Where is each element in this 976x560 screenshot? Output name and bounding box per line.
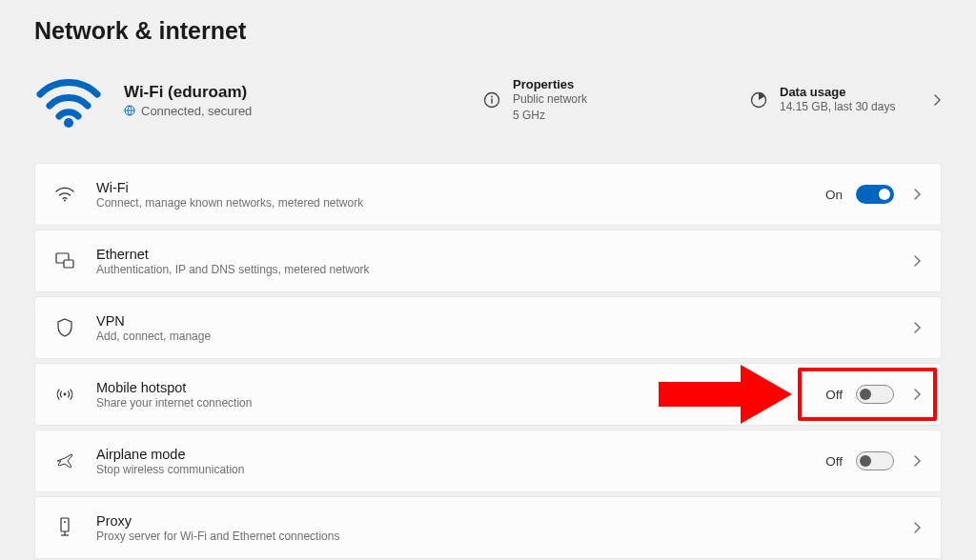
proxy-icon — [54, 517, 75, 538]
settings-list: Wi-Fi Connect, manage known networks, me… — [34, 163, 942, 559]
svg-rect-12 — [61, 518, 69, 531]
proxy-row-sub: Proxy server for Wi-Fi and Ethernet conn… — [96, 530, 907, 543]
network-status-row: Wi-Fi (eduroam) Connected, secured — [34, 71, 942, 129]
wifi-icon — [54, 187, 75, 202]
proxy-row-title: Proxy — [96, 513, 907, 529]
svg-rect-4 — [491, 99, 492, 104]
chevron-right-icon — [913, 254, 922, 268]
properties-line1: Public network — [513, 92, 587, 108]
airplane-toggle-label: Off — [825, 454, 843, 469]
wifi-signal-icon — [34, 71, 103, 129]
data-usage-sub: 14.15 GB, last 30 days — [780, 100, 909, 115]
current-wifi-block: Wi-Fi (eduroam) Connected, secured — [34, 71, 454, 129]
properties-line2: 5 GHz — [513, 109, 587, 124]
airplane-toggle[interactable] — [856, 451, 894, 470]
vpn-row-title: VPN — [96, 313, 907, 329]
properties-title: Properties — [513, 77, 587, 91]
hotspot-toggle-label: Off — [825, 388, 843, 402]
wifi-row-title: Wi-Fi — [96, 180, 825, 195]
chevron-right-icon — [913, 321, 922, 334]
svg-point-3 — [491, 96, 493, 98]
svg-point-0 — [64, 118, 73, 128]
svg-point-6 — [64, 200, 66, 202]
hotspot-row[interactable]: Mobile hotspot Share your internet conne… — [34, 363, 942, 426]
hotspot-icon — [54, 386, 75, 403]
wifi-name: Wi-Fi (eduroam) — [124, 83, 252, 102]
chevron-right-icon — [913, 188, 922, 201]
ethernet-icon — [54, 252, 75, 270]
wifi-toggle-label: On — [825, 188, 843, 202]
data-usage-card[interactable]: Data usage 14.15 GB, last 30 days — [749, 85, 942, 115]
airplane-row[interactable]: Airplane mode Stop wireless communicatio… — [34, 430, 942, 492]
data-usage-icon — [749, 90, 768, 110]
ethernet-row[interactable]: Ethernet Authentication, IP and DNS sett… — [34, 230, 942, 292]
hotspot-toggle[interactable] — [856, 385, 894, 404]
chevron-right-icon — [921, 93, 942, 107]
chevron-right-icon — [913, 521, 922, 534]
ethernet-row-sub: Authentication, IP and DNS settings, met… — [96, 263, 907, 276]
wifi-toggle[interactable] — [856, 185, 894, 204]
airplane-icon — [54, 452, 75, 470]
shield-icon — [54, 318, 75, 337]
wifi-row[interactable]: Wi-Fi Connect, manage known networks, me… — [34, 163, 942, 226]
svg-point-9 — [64, 393, 67, 396]
data-usage-title: Data usage — [780, 85, 909, 99]
ethernet-row-title: Ethernet — [96, 247, 907, 262]
wifi-connection-status: Connected, secured — [124, 104, 252, 118]
svg-point-13 — [64, 521, 66, 523]
properties-card[interactable]: Properties Public network 5 GHz — [482, 77, 721, 123]
hotspot-row-sub: Share your internet connection — [96, 396, 825, 410]
airplane-row-sub: Stop wireless communication — [96, 463, 825, 476]
page-title: Network & internet — [34, 17, 942, 45]
svg-rect-8 — [64, 260, 73, 268]
chevron-right-icon — [913, 454, 922, 468]
chevron-right-icon — [913, 388, 922, 401]
vpn-row[interactable]: VPN Add, connect, manage — [34, 296, 942, 359]
proxy-row[interactable]: Proxy Proxy server for Wi-Fi and Etherne… — [34, 496, 942, 559]
airplane-row-title: Airplane mode — [96, 447, 825, 462]
globe-icon — [124, 105, 135, 116]
info-icon — [482, 90, 501, 110]
wifi-row-sub: Connect, manage known networks, metered … — [96, 196, 825, 210]
vpn-row-sub: Add, connect, manage — [96, 330, 907, 343]
hotspot-row-title: Mobile hotspot — [96, 380, 825, 395]
